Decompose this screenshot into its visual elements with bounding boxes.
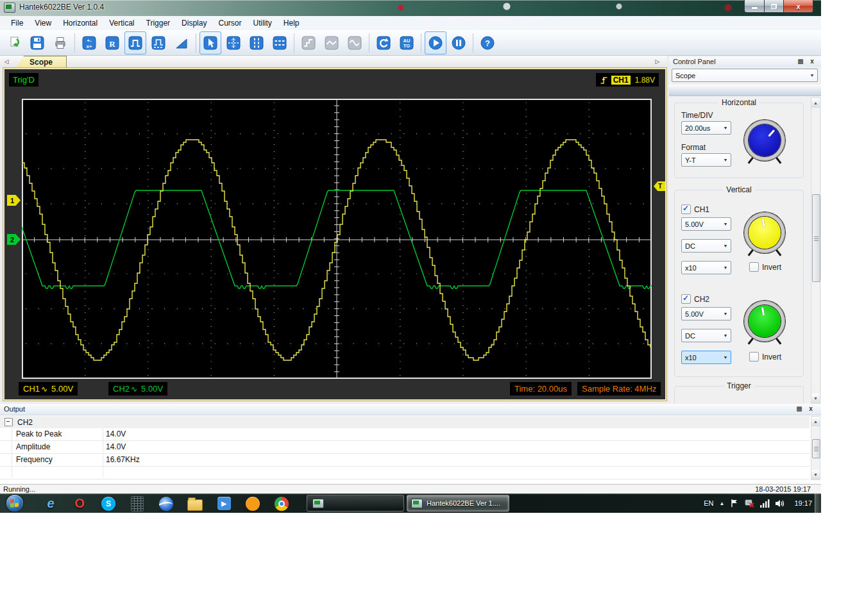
chrome-icon[interactable] [273,495,290,512]
scrollbar-thumb[interactable] [812,194,820,282]
hidden-icons-arrow-icon[interactable]: ▲ [720,501,725,506]
ch2-volts-select[interactable]: 5.00V ▼ [681,307,731,320]
cross-cursor-button[interactable] [223,31,244,54]
time-div-select[interactable]: 20.00us ▼ [681,121,731,135]
menu-item-vertical[interactable]: Vertical [103,17,140,29]
ch1-probe-select[interactable]: x10 ▼ [681,261,731,274]
minimize-button[interactable] [744,0,765,13]
sample-rate-chip: Sample Rate: 4MHz [577,382,661,395]
close-pane-icon[interactable]: x [807,405,815,413]
start-button[interactable] [6,495,23,512]
tab-scroll-right-icon[interactable]: ▷ [653,57,662,66]
menu-item-trigger[interactable]: Trigger [140,17,176,29]
output-row[interactable]: Peak to Peak14.0V [0,428,810,441]
chevron-down-icon: ▼ [720,312,731,316]
scroll-up-icon[interactable]: ▲ [811,98,820,108]
auto-set-button[interactable]: AUTO [396,31,418,54]
hantek-task-button[interactable]: Hantek6022BE Ver 1.... [407,495,509,512]
output-row[interactable]: Frequency16.67KHz [0,454,810,467]
menu-item-file[interactable]: File [5,17,29,29]
menu-item-horizontal[interactable]: Horizontal [57,17,103,29]
output-scrollbar[interactable]: ▲ ▼ [811,416,820,480]
show-desktop-button[interactable] [815,494,821,513]
control-panel-scrollbar[interactable]: ▲ ▼ [811,97,820,404]
refresh-button[interactable] [373,31,394,54]
menu-item-cursor[interactable]: Cursor [212,17,247,29]
ch2-enable-checkbox[interactable]: CH2 [681,294,709,304]
math-operation-button[interactable]: +-x÷ [78,31,100,54]
menu-item-view[interactable]: View [29,17,57,29]
close-pane-icon[interactable]: x [808,58,816,65]
start-button[interactable] [425,31,446,54]
ramp-button[interactable] [171,31,192,54]
output-header: Output ▩ x [0,404,821,415]
vertical-cursor-icon [250,36,264,50]
digital-filter-button[interactable] [124,31,146,54]
ch1-label: CH1 [23,384,40,394]
skype-icon[interactable]: S [100,495,117,512]
reference-wave-icon: R [105,36,119,50]
device-error-icon[interactable] [745,499,754,508]
ch1-invert-checkbox[interactable]: Invert [749,262,781,272]
help-button[interactable]: ? [477,31,498,54]
scroll-up-icon[interactable]: ▲ [811,417,820,426]
control-panel-title: Control Panel [673,58,716,65]
opera-icon[interactable]: O [71,495,88,512]
ch2-invert-checkbox[interactable]: Invert [749,352,781,362]
menu-item-display[interactable]: Display [176,17,212,29]
horizontal-position-knob[interactable] [744,120,785,161]
cursor-select-button[interactable] [199,31,221,54]
panel-mode-select[interactable]: Scope ▼ [672,69,818,82]
open-file-button[interactable] [3,31,25,54]
menu-item-utility[interactable]: Utility [247,17,277,29]
close-button[interactable]: x [783,0,813,13]
ch2-position-marker[interactable]: 2 [7,234,21,245]
format-select[interactable]: Y-T ▼ [681,153,731,167]
pin-icon[interactable]: ▩ [797,58,804,65]
timebase-chip: Time: 20.00us [510,382,572,395]
scroll-down-icon[interactable]: ▼ [811,394,820,403]
menu-item-help[interactable]: Help [278,17,305,29]
restore-button[interactable] [765,0,783,13]
ch2-probe-select[interactable]: x10 ▼ [681,351,731,364]
media-player-icon[interactable]: ▶ [216,495,232,512]
ch1-position-knob[interactable] [744,212,785,253]
file-explorer-icon[interactable] [187,495,203,512]
language-indicator[interactable]: EN [704,499,713,507]
output-row[interactable]: Amplitude14.0V [0,441,810,454]
background-window-button[interactable] [307,495,404,512]
output-group-row[interactable]: CH2 [0,416,810,428]
ch1-volts-select[interactable]: 5.00V ▼ [681,217,731,231]
internet-explorer-icon[interactable]: e [42,495,59,512]
action-center-flag-icon[interactable] [730,499,739,508]
waveform-plot [22,99,652,379]
network-signal-icon[interactable] [760,499,770,508]
vertical-cursor-button[interactable] [246,31,267,54]
print-button[interactable] [49,31,71,54]
calculator-icon[interactable] [129,495,146,512]
format-value: Y-T [682,156,720,164]
waveform-record-button[interactable] [148,31,169,54]
ch1-coupling-select[interactable]: DC ▼ [681,239,731,253]
scrollbar-thumb[interactable] [812,439,820,458]
svg-text:TO: TO [403,43,410,49]
trigger-level-marker[interactable]: T [654,181,665,191]
gom-player-icon[interactable] [244,495,261,512]
pin-icon[interactable]: ▩ [795,405,803,413]
ch2-coupling-select[interactable]: DC ▼ [681,329,731,342]
save-button[interactable] [26,31,48,54]
tab-scope[interactable]: Scope [15,56,67,68]
pause-button[interactable] [448,31,470,54]
clock[interactable]: 19:17 [794,499,812,507]
linear-interpolation-icon [325,36,339,50]
chevron-down-icon: ▼ [720,265,731,270]
ch2-position-knob[interactable] [744,301,785,342]
tab-scroll-left-icon[interactable]: ◁ [2,57,11,66]
google-earth-icon[interactable] [158,495,174,512]
ch1-enable-checkbox[interactable]: CH1 [681,204,709,214]
volume-icon[interactable] [776,499,786,508]
ch1-position-marker[interactable]: 1 [7,195,21,206]
scroll-down-icon[interactable]: ▼ [811,470,820,479]
horizontal-cursor-button[interactable] [269,31,291,54]
reference-wave-button[interactable]: R [101,31,123,54]
